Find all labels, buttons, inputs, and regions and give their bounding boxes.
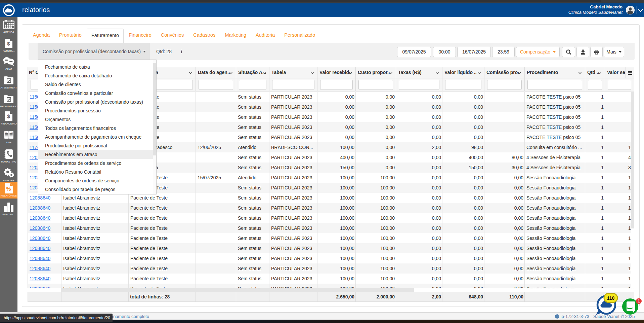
svg-text:$: $ [7,41,10,46]
svg-text:15: 15 [5,132,7,133]
svg-text:110: 110 [607,295,615,301]
svg-text:16: 16 [11,132,13,133]
svg-text:1: 1 [638,299,640,303]
svg-text:$: $ [7,113,10,119]
svg-text:%: % [6,186,11,192]
